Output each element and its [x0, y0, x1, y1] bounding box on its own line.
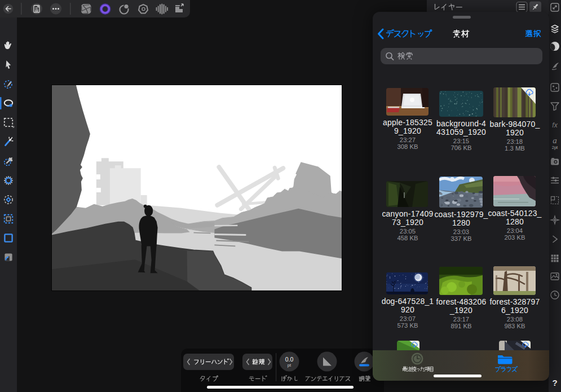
svg-text:fx: fx [552, 121, 558, 129]
svg-text:pt: pt [288, 363, 291, 368]
svg-text:0.0: 0.0 [285, 356, 294, 363]
svg-text:?: ? [552, 378, 557, 387]
svg-text:a: a [553, 136, 557, 145]
svg-text:2pt: 2pt [552, 145, 558, 150]
